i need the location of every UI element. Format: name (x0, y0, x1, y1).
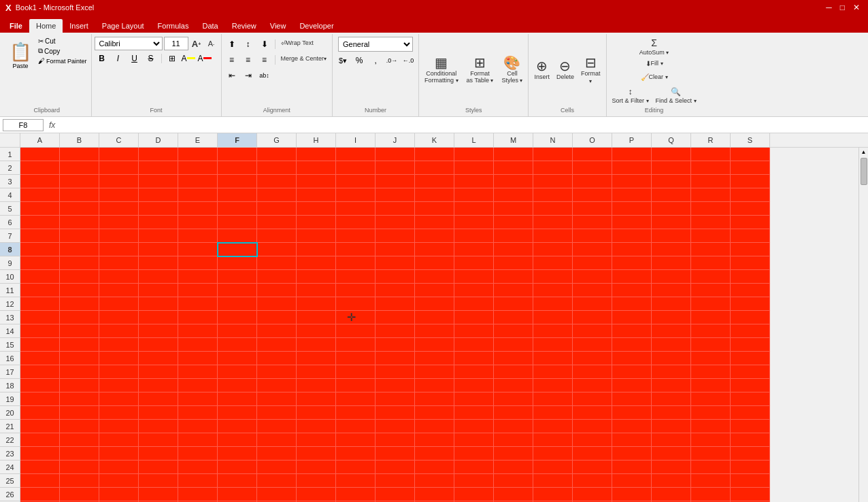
row-header-3[interactable]: 3 (0, 175, 20, 188)
tab-view[interactable]: View (263, 19, 293, 33)
cell-I6[interactable] (336, 216, 375, 229)
cell-F5[interactable] (218, 202, 257, 216)
cell-M14[interactable] (494, 324, 533, 338)
cell-S11[interactable] (731, 284, 770, 297)
cell-L22[interactable] (454, 433, 494, 447)
cell-L19[interactable] (454, 392, 494, 406)
row-header-15[interactable]: 15 (0, 338, 20, 352)
cell-Q19[interactable] (652, 392, 691, 406)
cell-G11[interactable] (257, 284, 297, 297)
cell-K3[interactable] (415, 175, 454, 188)
cell-L7[interactable] (454, 229, 494, 243)
cell-Q21[interactable] (652, 420, 691, 433)
row-header-10[interactable]: 10 (0, 270, 20, 284)
cell-B19[interactable] (60, 392, 99, 406)
row-header-19[interactable]: 19 (0, 392, 20, 406)
cell-I11[interactable] (336, 284, 375, 297)
cell-C10[interactable] (99, 270, 139, 284)
dec-decrease-button[interactable]: .0→ (384, 53, 399, 68)
cell-O12[interactable] (573, 297, 612, 311)
cell-R25[interactable] (691, 474, 731, 488)
cell-B2[interactable] (60, 161, 99, 175)
cell-R16[interactable] (691, 352, 731, 365)
cell-P15[interactable] (612, 338, 652, 352)
cell-P23[interactable] (612, 447, 652, 461)
cell-A21[interactable] (20, 420, 60, 433)
cell-I4[interactable] (336, 188, 375, 202)
cell-F3[interactable] (218, 175, 257, 188)
cell-A18[interactable] (20, 379, 60, 392)
cell-I16[interactable] (336, 352, 375, 365)
cell-S18[interactable] (731, 379, 770, 392)
dec-increase-button[interactable]: ←.0 (401, 53, 416, 68)
cell-C25[interactable] (99, 474, 139, 488)
cell-J9[interactable] (375, 256, 415, 270)
cell-F7[interactable] (218, 229, 257, 243)
cell-N12[interactable] (533, 297, 573, 311)
cell-M4[interactable] (494, 188, 533, 202)
cell-L4[interactable] (454, 188, 494, 202)
cell-M5[interactable] (494, 202, 533, 216)
cell-J18[interactable] (375, 379, 415, 392)
cell-B24[interactable] (60, 461, 99, 474)
vertical-scrollbar[interactable]: ▲ (858, 148, 868, 502)
cell-C19[interactable] (99, 392, 139, 406)
cell-M20[interactable] (494, 406, 533, 420)
tab-page-layout[interactable]: Page Layout (95, 19, 151, 33)
cell-O3[interactable] (573, 175, 612, 188)
cell-P22[interactable] (612, 433, 652, 447)
cell-K19[interactable] (415, 392, 454, 406)
cell-D14[interactable] (139, 324, 178, 338)
cell-E19[interactable] (178, 392, 218, 406)
cell-G20[interactable] (257, 406, 297, 420)
cell-S24[interactable] (731, 461, 770, 474)
cell-Q6[interactable] (652, 216, 691, 229)
cell-A3[interactable] (20, 175, 60, 188)
select-all-button[interactable] (0, 133, 20, 147)
cell-R20[interactable] (691, 406, 731, 420)
cell-N5[interactable] (533, 202, 573, 216)
cell-P8[interactable] (612, 243, 652, 256)
row-header-9[interactable]: 9 (0, 256, 20, 270)
cell-G9[interactable] (257, 256, 297, 270)
row-header-22[interactable]: 22 (0, 433, 20, 447)
cell-G19[interactable] (257, 392, 297, 406)
cell-Q18[interactable] (652, 379, 691, 392)
cell-F1[interactable] (218, 148, 257, 161)
row-header-4[interactable]: 4 (0, 188, 20, 202)
cell-O13[interactable] (573, 311, 612, 324)
cell-M21[interactable] (494, 420, 533, 433)
cell-F11[interactable] (218, 284, 257, 297)
fill-button[interactable]: ⬇ Fill ▾ (643, 57, 666, 69)
minimize-button[interactable]: ─ (823, 3, 835, 12)
cell-D5[interactable] (139, 202, 178, 216)
cell-S6[interactable] (731, 216, 770, 229)
col-header-A[interactable]: A (20, 133, 60, 147)
cell-L18[interactable] (454, 379, 494, 392)
comma-button[interactable]: , (368, 53, 383, 68)
cell-S10[interactable] (731, 270, 770, 284)
cell-M24[interactable] (494, 461, 533, 474)
cell-H7[interactable] (297, 229, 336, 243)
row-header-21[interactable]: 21 (0, 420, 20, 433)
cell-J1[interactable] (375, 148, 415, 161)
cell-L11[interactable] (454, 284, 494, 297)
cell-C1[interactable] (99, 148, 139, 161)
cell-B9[interactable] (60, 256, 99, 270)
cell-A24[interactable] (20, 461, 60, 474)
cell-E1[interactable] (178, 148, 218, 161)
cell-C6[interactable] (99, 216, 139, 229)
cell-A2[interactable] (20, 161, 60, 175)
row-header-12[interactable]: 12 (0, 297, 20, 311)
cell-N10[interactable] (533, 270, 573, 284)
cell-C26[interactable] (99, 488, 139, 501)
cell-F20[interactable] (218, 406, 257, 420)
underline-button[interactable]: U (127, 51, 142, 66)
cell-I12[interactable] (336, 297, 375, 311)
cell-I18[interactable] (336, 379, 375, 392)
cell-R9[interactable] (691, 256, 731, 270)
tab-home[interactable]: Home (29, 19, 63, 33)
cell-G1[interactable] (257, 148, 297, 161)
cell-H26[interactable] (297, 488, 336, 501)
cell-D11[interactable] (139, 284, 178, 297)
